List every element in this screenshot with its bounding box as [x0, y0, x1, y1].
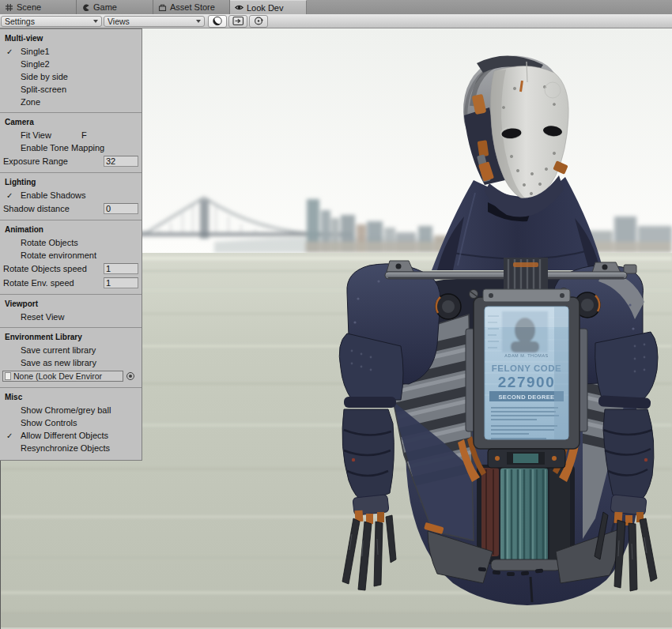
- views-dropdown-label: Views: [108, 17, 196, 26]
- menu-item-label: Show Controls: [21, 418, 77, 427]
- field-label: Exposure Range: [3, 156, 104, 166]
- menu-item-label: Rotate environment: [21, 250, 96, 260]
- section-title: Lighting: [0, 175, 142, 189]
- tab-label: Asset Store: [170, 2, 215, 12]
- menu-item-rotate-environment[interactable]: Rotate environment: [0, 249, 142, 262]
- shadow-distance-input[interactable]: [104, 203, 138, 214]
- chest-screen: ADAM M. THOMAS FELONY CODE 227900 SECOND…: [466, 289, 587, 468]
- menu-item-label: Fit View: [21, 130, 51, 140]
- shortcut-key: F: [81, 130, 87, 140]
- views-dropdown[interactable]: Views: [104, 16, 205, 27]
- checkmark: ✓: [6, 431, 21, 440]
- section-misc: Misc Show Chrome/grey ball Show Controls…: [0, 388, 142, 458]
- chevron-down-icon: [93, 20, 98, 23]
- menu-item-label: Split-screen: [21, 85, 66, 94]
- menu-item-label: Show Chrome/grey ball: [21, 405, 111, 415]
- environment-object-row: None (Look Dev Enviror: [0, 369, 142, 383]
- exposure-range-input[interactable]: [104, 156, 138, 167]
- menu-item-label: Zone: [21, 97, 40, 107]
- section-title: Viewport: [0, 296, 142, 311]
- tab-look-dev[interactable]: Look Dev: [230, 0, 307, 14]
- tab-bar: Scene Game Asset Store Look Dev: [0, 0, 672, 15]
- environment-object-field[interactable]: None (Look Dev Enviror: [2, 371, 123, 382]
- field-label: Shadow distance: [3, 204, 104, 213]
- field-shadow-distance: Shadow distance: [0, 202, 142, 216]
- section-title: Animation: [0, 222, 142, 236]
- tab-label: Look Dev: [247, 3, 283, 13]
- menu-item-label: Enable Shadows: [21, 190, 86, 200]
- duplicate-view-icon: [232, 16, 244, 26]
- tab-label: Scene: [17, 2, 41, 12]
- field-label: Rotate Env. speed: [3, 278, 104, 288]
- menu-item-enable-tone-mapping[interactable]: Enable Tone Mapping: [0, 141, 142, 154]
- menu-item-label: Save as new library: [21, 358, 96, 367]
- screen-name-line: ADAM M. THOMAS: [504, 353, 549, 358]
- duplicate-view-button[interactable]: [228, 15, 247, 28]
- screen-heading: FELONY CODE: [492, 363, 561, 373]
- rotate-env-speed-input[interactable]: [104, 277, 138, 288]
- section-camera: Camera Fit ViewF Enable Tone Mapping Exp…: [0, 113, 142, 173]
- sync-views-button[interactable]: [249, 15, 268, 28]
- game-icon: [81, 3, 90, 12]
- tab-scene[interactable]: Scene: [0, 0, 77, 14]
- package-icon: [158, 3, 167, 12]
- menu-item-label: Single1: [21, 47, 50, 56]
- section-title: Misc: [0, 390, 142, 404]
- menu-item-enable-shadows[interactable]: ✓Enable Shadows: [0, 189, 142, 202]
- menu-item-single2[interactable]: Single2: [0, 58, 142, 70]
- lookdev-settings-panel: Multi-view ✓Single1 Single2 Side by side…: [0, 28, 142, 461]
- section-title: Environment Library: [0, 330, 142, 344]
- eye-icon: [235, 3, 244, 12]
- menu-item-label: Enable Tone Mapping: [21, 143, 104, 153]
- section-multi-view: Multi-view ✓Single1 Single2 Side by side…: [0, 29, 142, 113]
- screen-degree: SECOND DEGREE: [498, 394, 554, 401]
- field-label: Rotate Objects speed: [3, 264, 104, 273]
- checkmark: ✓: [6, 47, 21, 56]
- section-environment-library: Environment Library Save current library…: [0, 328, 142, 388]
- section-title: Camera: [0, 115, 142, 129]
- chrome-ball-icon: [212, 16, 223, 26]
- tab-label: Game: [93, 2, 117, 12]
- section-title: Multi-view: [0, 31, 142, 45]
- section-viewport: Viewport Reset View: [0, 295, 142, 328]
- screen-code: 227900: [498, 374, 555, 390]
- menu-item-zone[interactable]: Zone: [0, 96, 142, 108]
- rotate-objects-speed-input[interactable]: [104, 263, 138, 274]
- asset-icon: [5, 372, 11, 380]
- menu-item-rotate-objects[interactable]: Rotate Objects: [0, 236, 142, 249]
- tab-game[interactable]: Game: [77, 0, 153, 14]
- grid-icon: [5, 3, 13, 12]
- settings-dropdown-label: Settings: [5, 17, 93, 26]
- section-animation: Animation Rotate Objects Rotate environm…: [0, 220, 142, 295]
- menu-item-label: Reset View: [21, 312, 64, 322]
- field-rotate-env-speed: Rotate Env. speed: [0, 276, 142, 290]
- object-field-value: None (Look Dev Enviror: [13, 371, 102, 381]
- menu-item-label: Side by side: [21, 72, 68, 81]
- menu-item-label: Allow Different Objects: [21, 431, 108, 440]
- field-exposure-range: Exposure Range: [0, 154, 142, 168]
- chrome-ball-button[interactable]: [208, 15, 227, 28]
- menu-item-allow-different-objects[interactable]: ✓Allow Different Objects: [0, 429, 142, 442]
- menu-item-show-chrome-grey-ball[interactable]: Show Chrome/grey ball: [0, 404, 142, 416]
- tab-asset-store[interactable]: Asset Store: [153, 0, 230, 14]
- menu-item-fit-view[interactable]: Fit ViewF: [0, 129, 142, 141]
- menu-item-split-screen[interactable]: Split-screen: [0, 83, 142, 96]
- menu-item-show-controls[interactable]: Show Controls: [0, 416, 142, 429]
- menu-item-single1[interactable]: ✓Single1: [0, 45, 142, 58]
- menu-item-label: Resynchronize Objects: [21, 443, 110, 453]
- unity-editor-window: Scene Game Asset Store Look Dev Settings: [0, 0, 672, 629]
- chevron-down-icon: [196, 20, 201, 23]
- menu-item-resynchronize-objects[interactable]: Resynchronize Objects: [0, 442, 142, 454]
- menu-item-reset-view[interactable]: Reset View: [0, 311, 142, 323]
- menu-item-label: Single2: [21, 59, 50, 69]
- settings-dropdown[interactable]: Settings: [1, 16, 102, 27]
- object-picker-icon[interactable]: [126, 372, 134, 380]
- menu-item-label: Save current library: [21, 345, 96, 355]
- menu-item-side-by-side[interactable]: Side by side: [0, 70, 142, 83]
- sync-views-icon: [253, 16, 264, 26]
- section-lighting: Lighting ✓Enable Shadows Shadow distance: [0, 173, 142, 220]
- menu-item-label: Rotate Objects: [21, 238, 78, 247]
- menu-item-save-as-new-library[interactable]: Save as new library: [0, 356, 142, 369]
- menu-item-save-current-library[interactable]: Save current library: [0, 344, 142, 356]
- field-rotate-objects-speed: Rotate Objects speed: [0, 262, 142, 276]
